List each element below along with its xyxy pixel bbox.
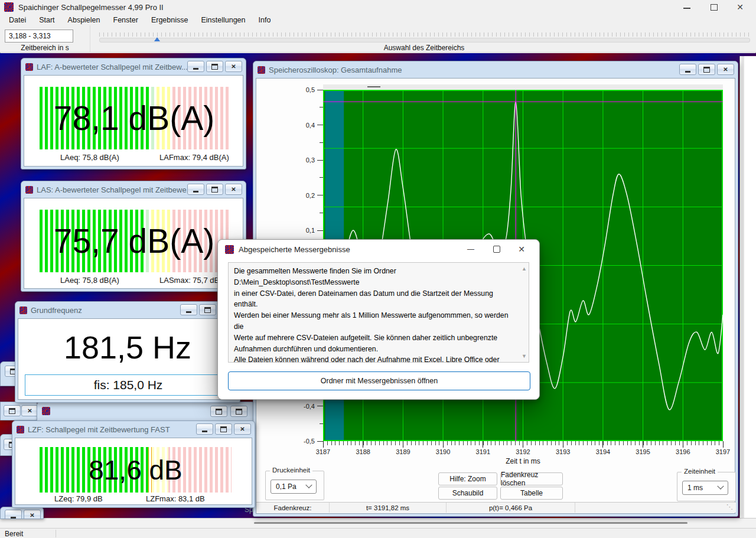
crosshair-status-spacer bbox=[575, 503, 736, 513]
restore-button[interactable] bbox=[4, 405, 21, 416]
hidden-window-fragment[interactable]: ✕ bbox=[0, 402, 38, 420]
laf-value: 78,1 dB(A) bbox=[40, 87, 229, 149]
mdi-horizontal-scrollbar-thumb[interactable] bbox=[254, 522, 687, 524]
dialog-text: Die gesammelten Messwerte finden Sie im … bbox=[228, 262, 529, 363]
plot-pan-thumb[interactable] bbox=[367, 86, 380, 87]
y-tick-label: 0,4 bbox=[306, 122, 315, 129]
close-button[interactable]: ✕ bbox=[717, 64, 734, 75]
oszilloskop-titlebar[interactable]: Speicheroszilloskop: Gesamtaufnahme bbox=[255, 63, 737, 77]
close-button[interactable]: ✕ bbox=[730, 0, 750, 14]
open-folder-button[interactable]: Ordner mit Messergebnissen öffnen bbox=[228, 371, 530, 390]
menu-info[interactable]: Info bbox=[252, 16, 278, 24]
zeiteinheit-select[interactable]: 1 ms bbox=[682, 481, 728, 495]
druckeinheit-select[interactable]: 0,1 Pa bbox=[271, 480, 317, 494]
close-button[interactable]: ✕ bbox=[225, 61, 242, 72]
minimize-button[interactable] bbox=[187, 61, 204, 72]
x-tick-label: 3190 bbox=[430, 448, 456, 455]
lzf-max-label: LZFmax: 83,1 dB bbox=[146, 494, 205, 503]
close-button[interactable]: ✕ bbox=[24, 510, 41, 519]
close-button[interactable]: ✕ bbox=[234, 423, 251, 435]
minimize-button[interactable] bbox=[677, 0, 697, 14]
grundfrequenz-note: fis: 185,0 Hz bbox=[25, 374, 232, 396]
close-button[interactable]: ✕ bbox=[510, 240, 533, 259]
close-button[interactable]: ✕ bbox=[21, 405, 38, 416]
minimize-icon bbox=[193, 191, 198, 193]
statusbar: Bereit bbox=[0, 528, 756, 538]
druckeinheit-value: 0,1 Pa bbox=[276, 482, 296, 491]
crosshair-status-label: Fadenkreuz: bbox=[256, 503, 330, 513]
menubar: Datei Start Abspielen Fenster Ergebnisse… bbox=[0, 14, 756, 25]
x-major-tick bbox=[443, 441, 444, 448]
x-tick-label: 3196 bbox=[670, 448, 696, 455]
hidden-window-fragment[interactable] bbox=[739, 56, 756, 518]
fadenkreuz-loeschen-button[interactable]: Fadenkreuz löschen bbox=[500, 472, 563, 485]
hidden-window-fragment[interactable]: ✕ bbox=[0, 507, 44, 519]
resize-grip[interactable]: ⋱ bbox=[726, 503, 733, 511]
window-icon bbox=[42, 407, 50, 415]
y-tick-label: -0,4 bbox=[304, 403, 315, 410]
maximize-icon bbox=[711, 4, 718, 11]
hidden-window-titlebar[interactable] bbox=[37, 402, 255, 422]
restore-button[interactable] bbox=[206, 61, 223, 72]
scroll-up-icon[interactable]: ▲ bbox=[522, 266, 527, 272]
maximize-button[interactable] bbox=[704, 0, 724, 14]
close-icon: ✕ bbox=[240, 426, 245, 432]
tabelle-button[interactable]: Tabelle bbox=[500, 487, 563, 500]
menu-fenster[interactable]: Fenster bbox=[107, 16, 145, 24]
minimize-button[interactable] bbox=[5, 510, 22, 519]
x-major-tick bbox=[723, 441, 724, 448]
las-value: 75,7 dB(A) bbox=[40, 210, 229, 272]
close-button[interactable]: ✕ bbox=[225, 184, 242, 195]
x-major-tick bbox=[363, 441, 363, 448]
dialog-titlebar[interactable]: Abgespeicherte Messergebnisse bbox=[225, 245, 350, 254]
time-range-group: 3,188 - 3,313 Zeitbereich in s bbox=[0, 25, 90, 52]
restore-icon bbox=[211, 64, 218, 70]
scrollbar[interactable] bbox=[741, 56, 744, 518]
zeiteinheit-group: Zeiteinheit 1 ms bbox=[677, 472, 736, 501]
restore-button[interactable] bbox=[210, 406, 227, 417]
time-slider-thumb[interactable] bbox=[154, 37, 160, 41]
menu-abspielen[interactable]: Abspielen bbox=[61, 16, 107, 24]
minimize-button[interactable] bbox=[180, 304, 197, 315]
x-tick-label: 3195 bbox=[630, 448, 656, 455]
y-major-tick bbox=[317, 160, 323, 161]
time-range-input[interactable]: 3,188 - 3,313 bbox=[5, 30, 73, 43]
minimize-button[interactable] bbox=[679, 64, 696, 75]
menu-einstellungen[interactable]: Einstellungen bbox=[194, 16, 252, 24]
schaubild-button[interactable]: Schaubild bbox=[438, 487, 497, 500]
y-tick-label: -0,5 bbox=[304, 438, 315, 445]
time-slider-track[interactable] bbox=[99, 38, 750, 43]
menu-datei[interactable]: Datei bbox=[2, 16, 32, 24]
laf-max-label: LAFmax: 79,4 dB(A) bbox=[159, 153, 229, 162]
y-major-tick bbox=[317, 125, 323, 125]
x-tick-label: 3194 bbox=[590, 448, 616, 455]
time-slider-label: Auswahl des Zeitbereichs bbox=[99, 44, 749, 52]
minimize-icon: — bbox=[467, 245, 474, 253]
maximize-icon bbox=[493, 246, 500, 253]
menu-ergebnisse[interactable]: Ergebnisse bbox=[145, 16, 195, 24]
minimize-button[interactable]: — bbox=[459, 240, 483, 259]
restore-button[interactable] bbox=[206, 184, 223, 195]
minimize-button[interactable] bbox=[196, 423, 213, 435]
maximize-button[interactable] bbox=[230, 406, 247, 417]
x-major-tick bbox=[523, 441, 523, 448]
chevron-down-icon bbox=[717, 483, 724, 490]
restore-button[interactable] bbox=[215, 423, 232, 435]
lzf-window: LZF: Schallpegel mit Zeitbewertung FAST … bbox=[12, 420, 255, 508]
restore-icon bbox=[216, 409, 222, 415]
maximize-button[interactable] bbox=[485, 240, 509, 259]
plot-pan-indicator[interactable] bbox=[323, 84, 723, 89]
lzf-value: 81,6 dB bbox=[40, 447, 232, 493]
x-major-tick bbox=[643, 441, 643, 448]
scroll-down-icon[interactable]: ▼ bbox=[522, 353, 527, 359]
menu-start[interactable]: Start bbox=[32, 16, 61, 24]
minimize-button[interactable] bbox=[187, 184, 204, 195]
hilfe-zoom-button[interactable]: Hilfe: Zoom bbox=[438, 472, 497, 485]
y-major-tick bbox=[317, 90, 323, 90]
restore-button[interactable] bbox=[199, 304, 216, 315]
restore-button[interactable] bbox=[698, 64, 715, 75]
las-client: 75,7 dB(A) LAeq: 75,8 dB(A) LASmax: 75,7… bbox=[24, 198, 243, 289]
laf-title: LAF: A-bewerteter Schallpegel mit Zeitbe… bbox=[37, 63, 188, 71]
grundfrequenz-value: 181,5 Hz bbox=[18, 322, 237, 372]
main-titlebar[interactable]: Spaichinger Schallpegelmesser 4,99 Pro I… bbox=[0, 0, 756, 14]
